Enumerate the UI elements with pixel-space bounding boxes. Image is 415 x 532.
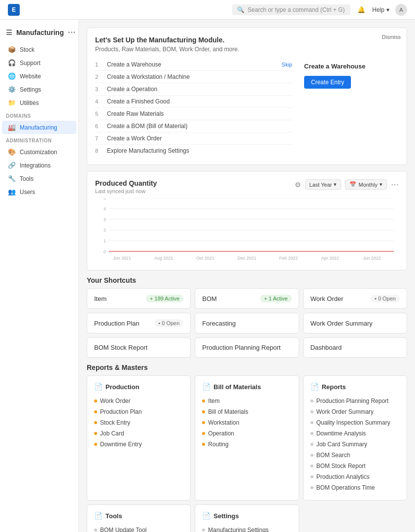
step-5-label: Create Raw Materials [107,110,164,117]
create-entry-button[interactable]: Create Entry [304,76,351,89]
sidebar-more-icon[interactable]: ⋯ [68,28,75,37]
sidebar-item-website[interactable]: 🌐 Website [2,69,76,83]
step-7-label: Create a Work Order [107,135,162,142]
shortcut-name: Production Planning Report [202,344,280,351]
report-item-production-analytics[interactable]: Production Analytics [311,471,400,482]
sidebar-item-integrations[interactable]: 🔗 Integrations [2,159,76,172]
tools-card-title: Tools [105,512,122,520]
tools-doc-icon: 📄 [94,512,103,520]
shortcut-bom-stock-report[interactable]: BOM Stock Report [87,337,191,358]
chart-svg: 0 1 2 3 4 5 Jun 2021 Aug 2021 Oct 2021 D… [95,198,399,262]
sidebar-title: Manufacturing [16,29,64,36]
report-item-downtime-analysis[interactable]: Downtime Analysis [311,428,400,439]
report-item-production-planning-report[interactable]: Production Planning Report [311,396,400,406]
utilities-icon: 📁 [8,99,16,106]
setup-content: 1 Create a Warehouse Skip 2 Create a Wor… [95,59,399,157]
bullet-icon [311,465,313,467]
report-item-quality-inspection-summary[interactable]: Quality Inspection Summary [311,417,400,428]
shortcut-name: BOM Stock Report [94,344,147,351]
shortcut-work-order[interactable]: Work Order • 0 Open [303,288,407,309]
report-item-bom-stock-report[interactable]: BOM Stock Report [311,461,400,471]
report-item-work-order[interactable]: Work Order [94,396,183,406]
sidebar-item-customization-label: Customization [20,149,57,156]
bullet-icon [202,443,205,446]
svg-text:5: 5 [104,198,106,200]
step-2-label: Create a Workstation / Machine [107,73,190,80]
hamburger-icon[interactable]: ☰ [6,29,12,36]
chart-more-icon[interactable]: ⋯ [391,180,399,189]
shortcut-name: Forecasting [202,320,236,327]
sidebar-item-support[interactable]: 🎧 Support [2,56,76,69]
sidebar: ☰ Manufacturing ⋯ Customize 📦 Stock 🎧 Su… [0,20,79,532]
shortcut-name: Work Order Summary [311,320,373,327]
chart-subtitle: Last synced just now [95,188,157,194]
report-item-stock-entry[interactable]: Stock Entry [94,417,183,428]
report-card-settings-header: 📄 Settings [202,512,291,520]
sidebar-item-settings-label: Settings [20,86,41,93]
filter-icon[interactable]: ⚙ [295,181,301,189]
shortcut-name: BOM [202,295,217,302]
report-item-bom-search[interactable]: BOM Search [311,450,400,461]
shortcut-dashboard[interactable]: Dashboard [303,337,407,358]
shortcut-bom[interactable]: BOM + 1 Active [195,288,299,309]
shortcut-badge: + 1 Active [260,295,292,302]
svg-text:Feb 2022: Feb 2022 [279,255,298,260]
search-bar[interactable]: 🔍 Search or type a command (Ctrl + G) [232,4,350,15]
report-item-downtime-entry[interactable]: Downtime Entry [94,439,183,450]
avatar[interactable]: A [395,4,407,16]
svg-text:2: 2 [104,228,106,233]
report-item-job-card-summary[interactable]: Job Card Summary [311,439,400,450]
step-3-label: Create a Operation [107,86,157,93]
svg-text:Dec 2021: Dec 2021 [238,255,256,260]
chart-controls: ⚙ Last Year ▾ 📅 Monthly ▾ ⋯ [295,179,399,190]
report-item-manufacturing-settings[interactable]: Manufacturing Settings [202,525,291,532]
bullet-icon [202,432,205,435]
setup-step-6: 6 Create a BOM (Bill of Material) [95,120,292,133]
sidebar-item-manufacturing-label: Manufacturing [20,124,57,131]
setup-step-4: 4 Create a Finished Good [95,96,292,108]
stock-icon: 📦 [8,46,16,53]
time-filter-button[interactable]: Last Year ▾ [305,179,342,190]
shortcut-item[interactable]: Item + 189 Active [87,288,191,309]
chart-title: Produced Quantity [95,179,157,187]
report-item-operation[interactable]: Operation [202,428,291,439]
report-item-workstation[interactable]: Workstation [202,417,291,428]
shortcuts-grid: Item + 189 Active BOM + 1 Active Work Or… [87,288,407,358]
sidebar-item-manufacturing[interactable]: 🏭 Manufacturing [2,121,76,134]
report-item-bill-of-materials[interactable]: Bill of Materials [202,406,291,417]
shortcut-production-planning-report[interactable]: Production Planning Report [195,337,299,358]
step-1-skip[interactable]: Skip [282,62,292,67]
sidebar-item-utilities[interactable]: 📁 Utilities [2,96,76,109]
setup-card: Dismiss Let's Set Up the Manufacturing M… [87,28,407,165]
report-item-routing[interactable]: Routing [202,439,291,450]
report-item-item[interactable]: Item [202,396,291,406]
integrations-icon: 🔗 [8,162,16,169]
sidebar-item-stock[interactable]: 📦 Stock [2,43,76,56]
dismiss-button[interactable]: Dismiss [382,34,401,40]
report-item-bom-operations-time[interactable]: BOM Operations Time [311,482,400,493]
shortcut-production-plan[interactable]: Production Plan • 0 Open [87,313,191,333]
svg-text:Jun 2022: Jun 2022 [363,255,381,260]
sidebar-item-settings[interactable]: ⚙️ Settings [2,83,76,96]
notification-icon[interactable]: 🔔 [356,5,366,15]
bullet-icon [202,410,205,413]
help-button[interactable]: Help ▾ [372,6,389,13]
report-item-production-plan[interactable]: Production Plan [94,406,183,417]
setup-step-3: 3 Create a Operation [95,83,292,96]
report-item-bom-update-tool[interactable]: BOM Update Tool [94,525,183,532]
shortcut-work-order-summary[interactable]: Work Order Summary [303,313,407,333]
setup-step-2: 2 Create a Workstation / Machine [95,71,292,83]
sidebar-item-support-label: Support [20,60,40,66]
setup-panel-title: Create a Warehouse [304,63,395,70]
bullet-icon [94,399,97,402]
report-item-work-order-summary[interactable]: Work Order Summary [311,406,400,417]
period-button[interactable]: 📅 Monthly ▾ [345,179,387,190]
setup-steps: 1 Create a Warehouse Skip 2 Create a Wor… [95,59,292,157]
tools-icon: 🔧 [8,175,16,182]
sidebar-item-users-label: Users [20,189,35,196]
report-item-job-card[interactable]: Job Card [94,428,183,439]
sidebar-item-tools[interactable]: 🔧 Tools [2,172,76,185]
sidebar-item-users[interactable]: 👥 Users [2,185,76,199]
sidebar-item-customization[interactable]: 🎨 Customization [2,145,76,159]
shortcut-forecasting[interactable]: Forecasting [195,313,299,333]
